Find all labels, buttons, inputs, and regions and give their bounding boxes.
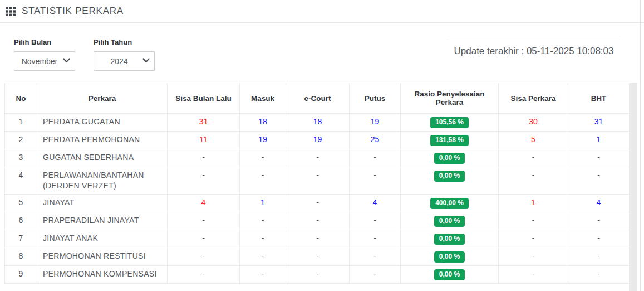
cell-masuk: - xyxy=(240,212,286,230)
cell-rasio: 105,56 % xyxy=(401,114,499,132)
rasio-badge: 400,00 % xyxy=(430,198,469,209)
cell-sisa-bulan: - xyxy=(168,230,240,248)
rasio-badge: 0,00 % xyxy=(434,251,465,263)
cell-putus: - xyxy=(350,230,401,248)
cell-no: 4 xyxy=(5,167,37,195)
cell-perkara: PERDATA PERMOHONAN xyxy=(37,132,168,149)
col-header-putus: Putus xyxy=(350,83,401,114)
cell-perkara: PERMOHONAN KOMPENSASI xyxy=(37,266,168,284)
cell-bht: 31 xyxy=(568,114,630,132)
cell-no: 5 xyxy=(5,195,37,212)
col-header-ecourt: e-Court xyxy=(286,83,350,114)
title-bar: STATISTIK PERKARA xyxy=(0,0,644,23)
table-header-row: No Perkara Sisa Bulan Lalu Masuk e-Court… xyxy=(5,83,630,114)
statistik-table: No Perkara Sisa Bulan Lalu Masuk e-Court… xyxy=(4,83,630,284)
col-header-sisa-perkara: Sisa Perkara xyxy=(499,83,568,114)
cell-ecourt: - xyxy=(286,266,350,284)
cell-perkara: GUGATAN SEDERHANA xyxy=(37,149,168,167)
cell-masuk: - xyxy=(240,167,286,195)
cell-rasio: 400,00 % xyxy=(401,195,499,212)
cell-putus: - xyxy=(350,212,401,230)
year-filter-label: Pilih Tahun xyxy=(94,38,155,46)
cell-masuk: 18 xyxy=(240,114,286,132)
month-select-wrap: November xyxy=(14,51,75,71)
cell-sisa-bulan: 4 xyxy=(168,195,240,212)
vertical-scrollbar[interactable] xyxy=(629,83,637,291)
cell-ecourt: 19 xyxy=(286,132,350,149)
rasio-badge: 0,00 % xyxy=(434,269,465,280)
cell-bht: - xyxy=(568,266,630,284)
cell-sisa-perkara: - xyxy=(499,167,568,195)
cell-sisa-perkara: - xyxy=(499,248,568,266)
rasio-badge: 131,58 % xyxy=(430,135,469,146)
cell-no: 6 xyxy=(5,212,37,230)
cell-masuk: - xyxy=(240,266,286,284)
cell-masuk: - xyxy=(240,149,286,167)
cell-sisa-bulan: - xyxy=(168,167,240,195)
rasio-badge: 0,00 % xyxy=(434,171,465,182)
last-update-text: Update terakhir : 05-11-2025 10:08:03 xyxy=(454,46,614,56)
cell-perkara: PERDATA GUGATAN xyxy=(37,114,168,132)
cell-bht: - xyxy=(568,149,630,167)
year-filter-group: Pilih Tahun 2024 xyxy=(94,38,155,71)
cell-sisa-perkara: - xyxy=(499,266,568,284)
cell-putus: - xyxy=(350,167,401,195)
cell-putus: - xyxy=(350,248,401,266)
cell-no: 2 xyxy=(5,132,37,149)
col-header-rasio: Rasio Penyelesaian Perkara xyxy=(401,83,499,114)
cell-putus: - xyxy=(350,266,401,284)
cell-rasio: 0,00 % xyxy=(401,266,499,284)
cell-ecourt: - xyxy=(286,230,350,248)
page-edge-divider xyxy=(640,0,641,291)
cell-putus: 4 xyxy=(350,195,401,212)
cell-no: 8 xyxy=(5,248,37,266)
cell-sisa-bulan: 11 xyxy=(168,132,240,149)
cell-ecourt: - xyxy=(286,248,350,266)
cell-sisa-bulan: - xyxy=(168,149,240,167)
rasio-badge: 105,56 % xyxy=(430,117,469,128)
table-row: 7JINAYAT ANAK----0,00 %-- xyxy=(5,230,630,248)
cell-ecourt: - xyxy=(286,212,350,230)
cell-putus: 19 xyxy=(350,114,401,132)
cell-ecourt: - xyxy=(286,167,350,195)
cell-perkara: PRAPERADILAN JINAYAT xyxy=(37,212,168,230)
cell-sisa-bulan: - xyxy=(168,266,240,284)
cell-ecourt: - xyxy=(286,195,350,212)
cell-perkara: JINAYAT xyxy=(37,195,168,212)
cell-sisa-perkara: - xyxy=(499,149,568,167)
cell-masuk: 1 xyxy=(240,195,286,212)
cell-rasio: 0,00 % xyxy=(401,167,499,195)
cell-no: 3 xyxy=(5,149,37,167)
cell-ecourt: 18 xyxy=(286,114,350,132)
col-header-no: No xyxy=(5,83,37,114)
month-filter-label: Pilih Bulan xyxy=(14,38,75,46)
cell-rasio: 0,00 % xyxy=(401,212,499,230)
cell-bht: - xyxy=(568,230,630,248)
cell-masuk: - xyxy=(240,230,286,248)
cell-sisa-perkara: 5 xyxy=(499,132,568,149)
page-title: STATISTIK PERKARA xyxy=(22,6,124,17)
page: STATISTIK PERKARA Pilih Bulan November P… xyxy=(0,0,644,291)
year-select[interactable]: 2024 xyxy=(94,52,154,70)
cell-sisa-perkara: 30 xyxy=(499,114,568,132)
table-row: 5JINAYAT41-4400,00 %14 xyxy=(5,195,630,212)
cell-masuk: 19 xyxy=(240,132,286,149)
cell-putus: - xyxy=(350,149,401,167)
col-header-bht: BHT xyxy=(568,83,630,114)
cell-no: 7 xyxy=(5,230,37,248)
cell-bht: 1 xyxy=(568,132,630,149)
cell-bht: - xyxy=(568,167,630,195)
table-row: 3GUGATAN SEDERHANA----0,00 %-- xyxy=(5,149,630,167)
cell-ecourt: - xyxy=(286,149,350,167)
month-select[interactable]: November xyxy=(14,52,75,70)
rasio-badge: 0,00 % xyxy=(434,216,465,227)
table-row: 8PERMOHONAN RESTITUSI----0,00 %-- xyxy=(5,248,630,266)
rasio-badge: 0,00 % xyxy=(434,153,465,164)
cell-masuk: - xyxy=(240,248,286,266)
cell-perkara: JINAYAT ANAK xyxy=(37,230,168,248)
cell-rasio: 0,00 % xyxy=(401,149,499,167)
table-row: 6PRAPERADILAN JINAYAT----0,00 %-- xyxy=(5,212,630,230)
cell-bht: - xyxy=(568,248,630,266)
cell-rasio: 131,58 % xyxy=(401,132,499,149)
cell-sisa-bulan: - xyxy=(168,248,240,266)
